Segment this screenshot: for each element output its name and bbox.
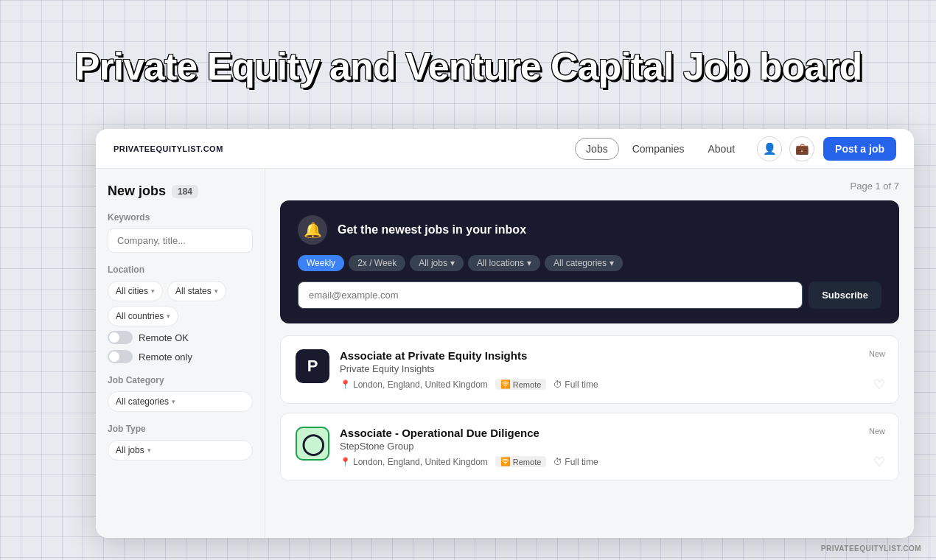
nav-icons: 👤 💼: [757, 136, 814, 161]
main-content: Page 1 of 7 🔔 Get the newest jobs in you…: [265, 169, 914, 538]
subscribe-header: 🔔 Get the newest jobs in your inbox: [298, 215, 881, 245]
chevron-down-icon: ▾: [167, 312, 170, 320]
subscribe-title: Get the newest jobs in your inbox: [338, 223, 526, 237]
nav-links: Jobs Companies About: [575, 138, 745, 160]
subscribe-button[interactable]: Subscribe: [808, 281, 881, 309]
job-location-2: 📍 London, England, United Kingdom: [340, 457, 488, 467]
all-cities-label: All cities: [116, 286, 148, 296]
keywords-label: Keywords: [108, 212, 253, 223]
clock-icon: ⏱: [553, 379, 562, 390]
chevron-down-icon: ▾: [610, 258, 614, 268]
page-info: Page 1 of 7: [280, 181, 899, 192]
nav-jobs[interactable]: Jobs: [575, 138, 619, 160]
location-label: Location: [108, 265, 253, 275]
job-card-1[interactable]: P Associate at Private Equity Insights P…: [280, 335, 899, 404]
location-row-2: All countries ▾: [108, 306, 253, 326]
footer-brand: PRIVATEEQUITYLIST.COM: [821, 545, 921, 553]
page-title: Private Equity and Venture Capital Job b…: [74, 44, 862, 88]
job-location-1: 📍 London, England, United Kingdom: [340, 379, 488, 390]
job-title-1: Associate at Private Equity Insights: [340, 349, 884, 362]
jobs-count-badge: 184: [172, 185, 198, 198]
remote-only-label: Remote only: [139, 351, 192, 363]
chevron-down-icon: ▾: [151, 287, 155, 295]
all-states-label: All states: [175, 286, 212, 296]
job-type-1: ⏱ Full time: [553, 379, 598, 390]
subscribe-tags: Weekly 2x / Week All jobs ▾ All location…: [298, 255, 881, 271]
keywords-input[interactable]: [108, 228, 253, 253]
all-countries-dropdown[interactable]: All countries ▾: [108, 306, 178, 326]
all-locations-tag-label: All locations: [477, 258, 524, 268]
new-jobs-header: New jobs 184: [108, 183, 253, 199]
job-type-filter: Job Type All jobs ▾: [108, 424, 253, 461]
new-jobs-title: New jobs: [108, 183, 166, 199]
all-countries-label: All countries: [116, 311, 164, 321]
navigation: PRIVATEEQUITYLIST.COM Jobs Companies Abo…: [96, 129, 914, 169]
job-company-2: StepStone Group: [340, 441, 884, 452]
sidebar: New jobs 184 Keywords Location All citie…: [96, 169, 265, 538]
all-states-dropdown[interactable]: All states ▾: [167, 281, 226, 301]
all-categories-tag-label: All categories: [553, 258, 607, 268]
heart-icon-2[interactable]: ♡: [873, 454, 885, 470]
chevron-down-icon: ▾: [214, 287, 218, 295]
chevron-down-icon: ▾: [527, 258, 531, 268]
subscribe-input-row: Subscribe: [298, 281, 881, 309]
all-locations-tag[interactable]: All locations ▾: [468, 255, 540, 271]
clock-icon: ⏱: [553, 457, 562, 467]
brand-logo: PRIVATEEQUITYLIST.COM: [113, 144, 223, 153]
all-cities-dropdown[interactable]: All cities ▾: [108, 281, 163, 301]
job-type-2: ⏱ Full time: [553, 457, 598, 467]
briefcase-icon: 💼: [795, 142, 809, 155]
wifi-icon: 🛜: [500, 379, 511, 389]
job-info-2: Associate - Operational Due Diligence St…: [340, 427, 884, 467]
remote-ok-label: Remote OK: [139, 332, 189, 343]
remote-badge-1: 🛜 Remote: [495, 379, 547, 390]
job-logo-2: ◯: [296, 427, 329, 461]
remote-only-toggle[interactable]: [108, 350, 133, 363]
job-title-2: Associate - Operational Due Diligence: [340, 427, 884, 439]
new-badge-2: New: [869, 427, 885, 435]
job-company-1: Private Equity Insights: [340, 363, 884, 374]
remote-badge-2: 🛜 Remote: [495, 456, 547, 467]
wifi-icon: 🛜: [500, 457, 511, 466]
job-category-label: Job Category: [108, 375, 253, 385]
all-categories-tag[interactable]: All categories ▾: [545, 255, 623, 271]
nav-about[interactable]: About: [698, 139, 746, 159]
user-icon-button[interactable]: 👤: [757, 136, 782, 161]
briefcase-icon-button[interactable]: 💼: [789, 136, 814, 161]
all-jobs-dropdown[interactable]: All jobs ▾: [108, 440, 253, 461]
frequency-twice-tag[interactable]: 2x / Week: [349, 255, 405, 271]
job-card-2[interactable]: ◯ Associate - Operational Due Diligence …: [280, 413, 899, 481]
all-jobs-tag-label: All jobs: [419, 258, 447, 268]
remote-ok-row: Remote OK: [108, 331, 253, 344]
location-filter: Location All cities ▾ All states ▾ All c…: [108, 265, 253, 363]
chevron-down-icon: ▾: [147, 447, 151, 454]
new-badge-1: New: [869, 349, 885, 358]
job-meta-2: 📍 London, England, United Kingdom 🛜 Remo…: [340, 456, 884, 467]
remote-only-row: Remote only: [108, 350, 253, 363]
heart-icon-1[interactable]: ♡: [873, 377, 885, 393]
job-logo-1: P: [296, 349, 329, 383]
post-job-button[interactable]: Post a job: [823, 137, 896, 161]
chevron-down-icon: ▾: [172, 398, 175, 405]
job-category-filter: Job Category All categories ▾: [108, 375, 253, 412]
bell-icon: 🔔: [298, 215, 327, 245]
job-type-label: Job Type: [108, 424, 253, 434]
location-icon: 📍: [340, 379, 351, 390]
frequency-weekly-tag[interactable]: Weekly: [298, 255, 344, 271]
all-categories-dropdown[interactable]: All categories ▾: [108, 391, 253, 412]
subscribe-card: 🔔 Get the newest jobs in your inbox Week…: [280, 200, 899, 323]
job-info-1: Associate at Private Equity Insights Pri…: [340, 349, 884, 390]
location-row-1: All cities ▾ All states ▾: [108, 281, 253, 301]
all-jobs-tag[interactable]: All jobs ▾: [410, 255, 464, 271]
all-jobs-label: All jobs: [116, 445, 144, 455]
content-area: New jobs 184 Keywords Location All citie…: [96, 169, 914, 538]
all-categories-label: All categories: [116, 396, 169, 407]
keywords-filter: Keywords: [108, 212, 253, 253]
location-icon: 📍: [340, 457, 351, 467]
main-card: PRIVATEEQUITYLIST.COM Jobs Companies Abo…: [96, 129, 914, 538]
email-input[interactable]: [298, 281, 803, 309]
remote-ok-toggle[interactable]: [108, 331, 133, 344]
nav-companies[interactable]: Companies: [622, 139, 695, 159]
job-meta-1: 📍 London, England, United Kingdom 🛜 Remo…: [340, 379, 884, 390]
chevron-down-icon: ▾: [450, 258, 455, 268]
